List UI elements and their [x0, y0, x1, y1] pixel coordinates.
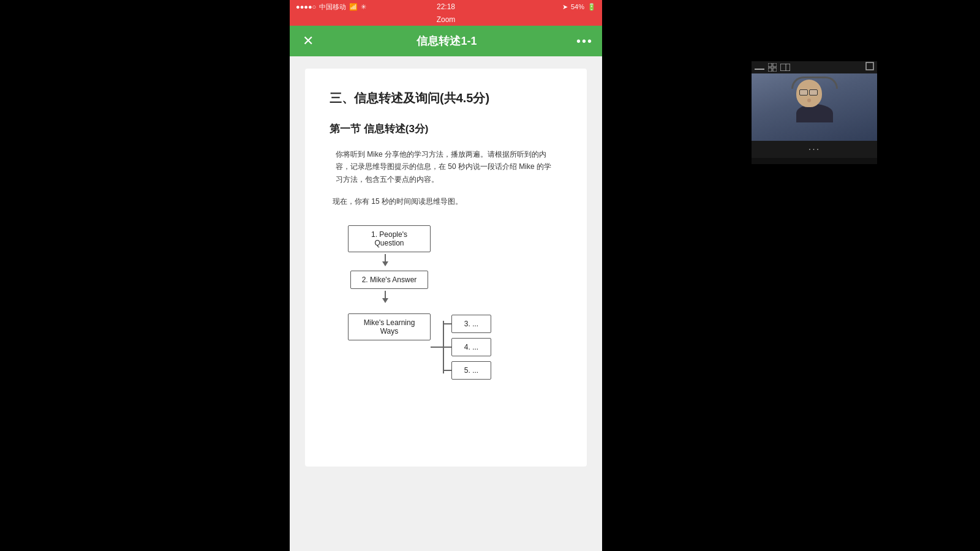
- flowchart: 1. People's Question 2. Mike's Answer: [330, 219, 562, 386]
- glasses: [799, 89, 819, 96]
- person-figure: [796, 80, 833, 122]
- face-head: [796, 80, 822, 107]
- webcam-bottom-bar: ···: [752, 141, 877, 158]
- arrow-down-1: [380, 254, 391, 266]
- signal-dots: ●●●●○: [296, 3, 316, 10]
- direction-icon: ➤: [562, 3, 568, 11]
- app-header: ✕ 信息转述1-1 •••: [290, 26, 602, 56]
- svg-rect-10: [866, 62, 873, 70]
- arrow-down-2: [380, 291, 391, 303]
- svg-rect-6: [768, 68, 772, 72]
- svg-rect-4: [768, 63, 772, 67]
- webcam-video: Scott Dreyer: [752, 73, 877, 141]
- status-right: ➤ 54% 🔋: [562, 3, 596, 11]
- status-left: ●●●●○ 中国移动 📶 ✳: [296, 2, 366, 12]
- page-title: 信息转述1-1: [417, 34, 477, 48]
- minimize-icon[interactable]: [755, 69, 764, 70]
- webcam-toolbar: [752, 61, 877, 73]
- flow-box-1: 1. People's Question: [348, 225, 431, 252]
- side-box-3: 5. ...: [451, 361, 491, 380]
- content-card: 三、信息转述及询问(共4.5分) 第一节 信息转述(3分) 你将听到 Mike …: [305, 69, 587, 467]
- time-text: 现在，你有 15 秒的时间阅读思维导图。: [330, 197, 562, 207]
- flow-box-3: Mike's Learning Ways: [348, 313, 431, 340]
- zoom-bar: Zoom: [290, 13, 602, 26]
- svg-rect-8: [780, 64, 790, 71]
- expand-icon[interactable]: [865, 62, 874, 70]
- extra-icon: ✳: [361, 3, 366, 11]
- battery-icon: 🔋: [587, 3, 596, 11]
- webcam-container: Scott Dreyer ···: [752, 61, 877, 164]
- svg-marker-1: [382, 261, 388, 266]
- zoom-label: Zoom: [437, 15, 456, 24]
- more-button[interactable]: •••: [576, 34, 593, 48]
- carrier-label: 中国移动: [319, 2, 346, 12]
- svg-rect-7: [773, 68, 777, 72]
- close-button[interactable]: ✕: [299, 32, 317, 50]
- svg-marker-3: [382, 298, 388, 303]
- subsection-title: 第一节 信息转述(3分): [330, 122, 562, 136]
- side-box-1: 3. ...: [451, 315, 491, 333]
- section-title: 三、信息转述及询问(共4.5分): [330, 90, 562, 107]
- svg-rect-5: [773, 63, 777, 67]
- grid-icon[interactable]: [768, 63, 777, 72]
- face-body: [796, 104, 833, 122]
- instruction-text: 你将听到 Mike 分享他的学习方法，播放两遍。请根据所听到的内容，记录思维导图…: [330, 148, 562, 186]
- side-box-2: 4. ...: [451, 338, 491, 356]
- webcam-dots[interactable]: ···: [809, 144, 820, 155]
- layout-icon[interactable]: [780, 64, 790, 71]
- status-bar: ●●●●○ 中国移动 📶 ✳ 22:18 ➤ 54% 🔋: [290, 0, 602, 13]
- flow-box-2: 2. Mike's Answer: [350, 271, 429, 289]
- wifi-icon: 📶: [349, 3, 358, 11]
- main-content: 三、信息转述及询问(共4.5分) 第一节 信息转述(3分) 你将听到 Mike …: [290, 56, 602, 551]
- battery-label: 54%: [571, 3, 584, 10]
- time-display: 22:18: [437, 2, 455, 11]
